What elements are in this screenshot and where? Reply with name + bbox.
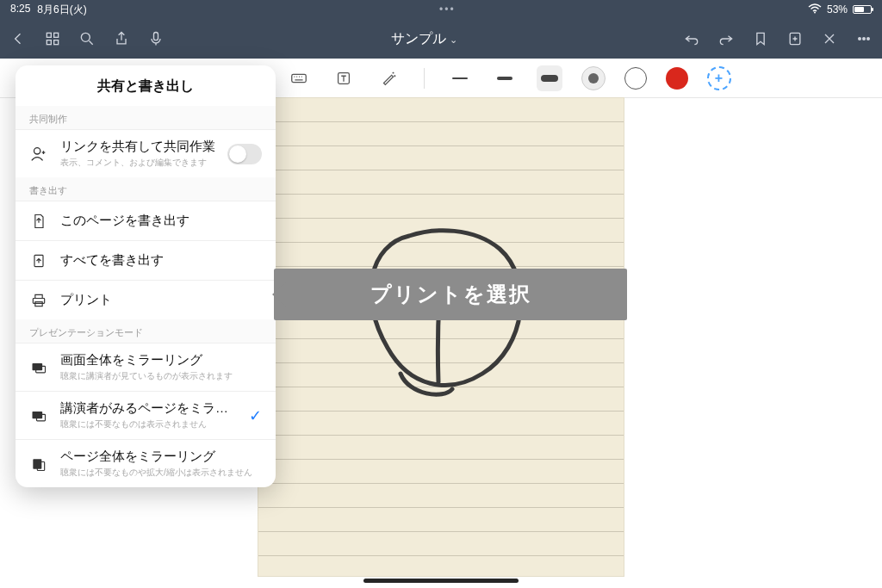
mirror-presenter-icon [29, 406, 48, 425]
svg-rect-3 [47, 40, 51, 45]
svg-rect-4 [54, 40, 59, 45]
svg-rect-6 [154, 33, 158, 40]
status-bar: 8:25 8月6日(火) ••• 53% [0, 0, 882, 19]
svg-rect-14 [291, 74, 306, 82]
row-export-page[interactable]: このページを書き出す [16, 201, 276, 240]
separator [424, 68, 425, 89]
svg-rect-20 [33, 363, 43, 370]
svg-point-0 [814, 11, 816, 13]
row-print[interactable]: プリント [16, 280, 276, 319]
note-paper[interactable] [258, 98, 624, 576]
back-icon[interactable] [9, 29, 28, 48]
undo-icon[interactable] [682, 29, 701, 48]
row-mirror-presenter[interactable]: 講演者がみるページをミラー… 聴衆には不要なものは表示されません ✓ [16, 391, 276, 439]
battery-percent: 53% [827, 3, 848, 15]
color-gray[interactable] [581, 66, 606, 90]
add-page-icon[interactable] [786, 29, 804, 48]
svg-point-9 [863, 38, 866, 40]
share-icon[interactable] [112, 29, 131, 48]
more-icon[interactable] [854, 29, 873, 48]
export-page-icon [29, 212, 48, 231]
svg-point-5 [81, 33, 90, 41]
search-icon[interactable] [78, 29, 96, 48]
row-collab-link[interactable]: リンクを共有して共同作業 表示、コメント、および編集できます [16, 129, 276, 177]
mirror-page-icon [29, 455, 48, 473]
svg-rect-19 [35, 301, 42, 306]
check-icon: ✓ [249, 406, 262, 425]
section-export: 書き出す [16, 177, 276, 201]
person-add-icon [29, 145, 48, 164]
collab-label: リンクを共有して共同作業 [60, 139, 215, 155]
stroke-medium[interactable] [492, 65, 518, 91]
color-add[interactable]: + [707, 66, 731, 90]
color-red[interactable] [666, 67, 688, 90]
svg-rect-1 [47, 33, 51, 37]
section-collab: 共同制作 [16, 106, 276, 129]
svg-point-8 [859, 38, 861, 40]
battery-icon [853, 5, 872, 14]
svg-point-10 [867, 38, 870, 40]
status-date: 8月6日(火) [37, 3, 86, 17]
svg-point-16 [34, 147, 40, 153]
stroke-thin[interactable] [447, 65, 473, 91]
share-popover: 共有と書き出し 共同制作 リンクを共有して共同作業 表示、コメント、および編集で… [16, 65, 276, 487]
ink-drawing [258, 98, 624, 576]
magic-tool-icon[interactable] [376, 65, 401, 91]
mic-icon[interactable] [146, 29, 165, 48]
keyboard-tool-icon[interactable] [286, 65, 312, 91]
mirror-full-icon [29, 358, 48, 377]
document-title[interactable]: サンプル⌄ [181, 30, 667, 48]
text-tool-icon[interactable] [331, 65, 357, 91]
multitask-dots-icon[interactable]: ••• [439, 3, 456, 15]
home-indicator[interactable] [363, 579, 519, 583]
popover-title: 共有と書き出し [16, 65, 276, 106]
row-mirror-full[interactable]: 画面全体をミラーリング 聴衆に講演者が見ているものが表示されます [16, 343, 276, 391]
color-white[interactable] [624, 67, 647, 90]
svg-rect-22 [33, 412, 43, 418]
row-export-all[interactable]: すべてを書き出す [16, 240, 276, 280]
collab-sub: 表示、コメント、および編集できます [60, 157, 215, 169]
redo-icon[interactable] [717, 29, 736, 48]
collab-toggle[interactable] [227, 144, 262, 164]
wifi-icon [808, 3, 822, 16]
section-presentation: プレゼンテーションモード [16, 319, 276, 343]
export-all-icon [29, 251, 48, 270]
printer-icon [29, 291, 48, 310]
tutorial-annotation: プリントを選択 [274, 269, 627, 320]
svg-rect-2 [54, 33, 59, 37]
stroke-thick[interactable] [537, 65, 562, 91]
nav-bar: サンプル⌄ [0, 19, 882, 59]
status-time: 8:25 [10, 3, 30, 17]
bookmark-icon[interactable] [751, 29, 770, 48]
close-icon[interactable] [820, 29, 839, 48]
row-mirror-page[interactable]: ページ全体をミラーリング 聴衆には不要なものや拡大/縮小は表示されません [16, 439, 276, 487]
grid-icon[interactable] [43, 29, 62, 48]
